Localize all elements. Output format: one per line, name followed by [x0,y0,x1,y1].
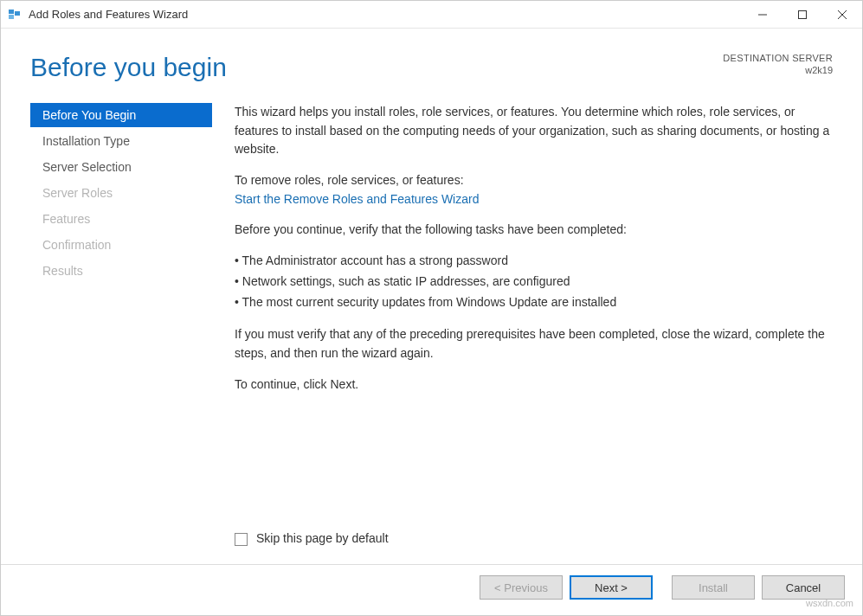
svg-rect-2 [9,15,14,19]
window-controls [743,1,862,29]
verify-note: If you must verify that any of the prece… [235,325,833,363]
wizard-steps: Before You Begin Installation Type Serve… [30,103,212,564]
watermark: wsxdn.com [806,598,853,608]
svg-rect-0 [9,10,14,14]
intro-text: This wizard helps you install roles, rol… [235,103,833,159]
destination-name: w2k19 [723,65,833,75]
app-icon [8,8,22,22]
cancel-button[interactable]: Cancel [762,575,845,600]
step-confirmation: Confirmation [30,233,212,257]
close-button[interactable] [822,1,862,29]
list-item: The most current security updates from W… [235,293,833,312]
step-server-roles: Server Roles [30,181,212,205]
next-button[interactable]: Next > [570,575,653,600]
svg-rect-4 [799,10,807,18]
skip-checkbox[interactable] [235,533,248,546]
skip-row: Skip this page by default [235,529,833,564]
svg-rect-1 [15,11,20,16]
step-results: Results [30,259,212,283]
footer: < Previous Next > Install Cancel [1,564,862,615]
skip-label: Skip this page by default [256,529,389,549]
continue-note: To continue, click Next. [235,375,833,395]
list-item: The Administrator account has a strong p… [235,252,833,271]
page-title: Before you begin [30,53,227,82]
header: Before you begin DESTINATION SERVER w2k1… [1,29,862,82]
prerequisite-list: The Administrator account has a strong p… [235,252,833,313]
verify-intro: Before you continue, verify that the fol… [235,221,833,240]
step-server-selection[interactable]: Server Selection [30,155,212,179]
destination-server: DESTINATION SERVER w2k19 [723,53,833,75]
install-button: Install [672,575,755,600]
step-before-you-begin[interactable]: Before You Begin [30,103,212,127]
titlebar: Add Roles and Features Wizard [1,1,862,29]
previous-button: < Previous [480,575,563,600]
step-features: Features [30,207,212,231]
remove-label: To remove roles, role services, or featu… [235,171,833,190]
body: Before You Begin Installation Type Serve… [1,82,862,564]
minimize-button[interactable] [743,1,782,29]
destination-label: DESTINATION SERVER [723,53,833,63]
maximize-button[interactable] [782,1,822,29]
content-panel: This wizard helps you install roles, rol… [212,103,833,564]
window-title: Add Roles and Features Wizard [29,8,188,21]
remove-wizard-link[interactable]: Start the Remove Roles and Features Wiza… [235,192,479,206]
list-item: Network settings, such as static IP addr… [235,273,833,292]
step-installation-type[interactable]: Installation Type [30,129,212,153]
